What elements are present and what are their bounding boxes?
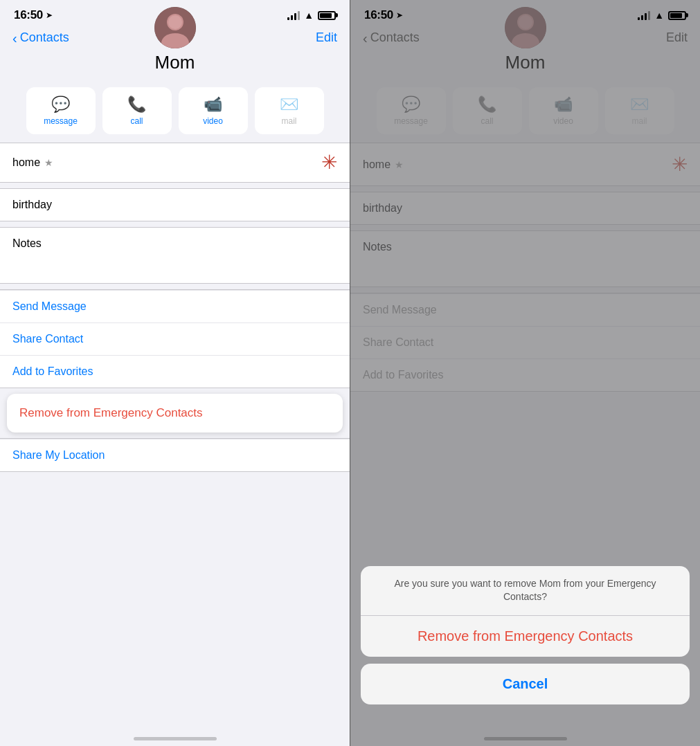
action-sheet-message-2: Are you sure you want to remove Mom from… — [361, 566, 690, 616]
notes-label-1: Notes — [12, 237, 42, 249]
remove-label-1: Remove from Emergency Contacts — [19, 406, 203, 419]
mail-label-1: mail — [281, 116, 296, 126]
call-icon-1: 📞 — [127, 95, 146, 113]
remove-card-1[interactable]: Remove from Emergency Contacts — [7, 394, 343, 433]
video-label-1: video — [203, 116, 223, 126]
signal-bars-1 — [287, 10, 300, 20]
signal-bar-1 — [287, 17, 289, 20]
avatar-image-1 — [154, 7, 196, 48]
message-button-1[interactable]: 💬 message — [26, 87, 96, 134]
share-contact-link-1[interactable]: Share Contact — [0, 322, 350, 355]
send-message-link-1[interactable]: Send Message — [0, 290, 350, 322]
back-button-1[interactable]: ‹ Contacts — [12, 30, 69, 45]
nav-bar-1: ‹ Contacts Edit — [0, 26, 350, 51]
scroll-content-1[interactable]: home ★ ✳ birthday Notes Send Message Sha… — [0, 143, 350, 746]
home-row-1: home ★ ✳ — [0, 143, 350, 182]
action-sheet-card-2: Are you sure you want to remove Mom from… — [361, 566, 690, 657]
remove-row-1[interactable]: Remove from Emergency Contacts — [7, 394, 343, 433]
notes-row-1: Notes — [0, 228, 350, 283]
birthday-section-1: birthday — [0, 188, 350, 221]
edit-button-1[interactable]: Edit — [316, 30, 337, 45]
home-label-1: home ★ — [12, 156, 53, 169]
video-icon-1: 📹 — [204, 95, 222, 113]
location-arrow-icon-1: ➤ — [46, 10, 53, 20]
action-sheet-2: Are you sure you want to remove Mom from… — [361, 566, 690, 704]
back-label-1: Contacts — [20, 30, 69, 45]
signal-bar-2 — [291, 15, 293, 20]
message-icon-1: 💬 — [51, 95, 70, 113]
signal-bar-3 — [294, 13, 296, 20]
svg-point-3 — [168, 15, 182, 29]
share-location-link-1[interactable]: Share My Location — [0, 439, 350, 471]
status-icons-1: ▲ — [287, 10, 336, 21]
mail-icon-1: ✉️ — [280, 95, 298, 113]
back-chevron-1: ‹ — [12, 31, 17, 45]
action-buttons-1: 💬 message 📞 call 📹 video ✉️ mail — [0, 79, 350, 143]
call-button-1[interactable]: 📞 call — [102, 87, 172, 134]
emergency-asterisk-1: ✳ — [321, 153, 337, 172]
links-section-1: Send Message Share Contact Add to Favori… — [0, 289, 350, 388]
signal-bar-4 — [298, 11, 300, 20]
video-button-1[interactable]: 📹 video — [179, 87, 248, 134]
message-label-1: message — [44, 116, 78, 126]
confirm-remove-button-2[interactable]: Remove from Emergency Contacts — [361, 616, 690, 657]
battery-fill-1 — [320, 13, 332, 18]
contact-header-1 — [154, 7, 196, 69]
home-indicator-1 — [134, 737, 217, 740]
battery-icon-1 — [318, 11, 336, 20]
add-favorites-link-1[interactable]: Add to Favorites — [0, 355, 350, 388]
call-label-1: call — [130, 116, 143, 126]
screen2: 16:50 ➤ ▲ ‹ Contacts — [350, 0, 700, 746]
share-location-section-1: Share My Location — [0, 438, 350, 472]
wifi-icon-1: ▲ — [304, 10, 314, 21]
mail-button-1: ✉️ mail — [255, 87, 324, 134]
screen1: 16:50 ➤ ▲ ‹ Contacts — [0, 0, 350, 746]
avatar-1 — [154, 7, 196, 48]
notes-section-1: Notes — [0, 227, 350, 284]
birthday-label-1: birthday — [12, 199, 52, 211]
home-star-1: ★ — [44, 157, 53, 168]
cancel-button-2[interactable]: Cancel — [361, 664, 690, 704]
home-section-1: home ★ ✳ — [0, 143, 350, 183]
home-indicator-2 — [484, 737, 567, 740]
status-time-1: 16:50 — [14, 8, 43, 22]
birthday-row-1: birthday — [0, 189, 350, 221]
